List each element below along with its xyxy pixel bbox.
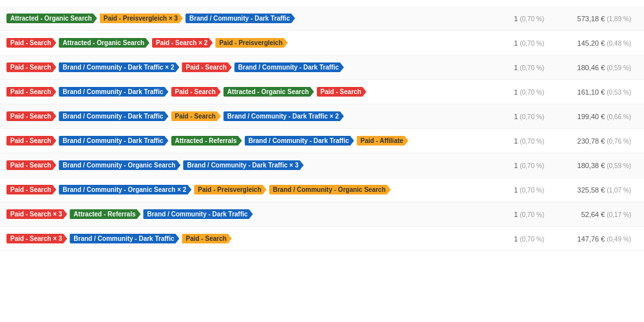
- revenue-pct: (0,76 %): [607, 138, 631, 145]
- count-pct: (0,70 %): [520, 15, 544, 23]
- path-tag: Brand / Community - Organic Search: [269, 185, 391, 194]
- path-tag: Brand / Community - Dark Traffic × 2: [223, 111, 344, 121]
- count-value: 1: [514, 186, 518, 194]
- count-cell: 1 (0,70 %): [489, 211, 554, 218]
- path-tag: Paid - Search: [317, 87, 366, 97]
- path-tag: Brand / Community - Dark Traffic: [185, 14, 295, 23]
- path-tag: Brand / Community - Dark Traffic: [143, 209, 252, 219]
- path-cell: Paid - SearchAttracted - Organic SearchP…: [6, 38, 489, 48]
- count-cell: 1 (0,70 %): [489, 137, 554, 145]
- revenue-value: 147,76 €: [577, 235, 605, 243]
- path-tag: Paid - Search: [6, 62, 56, 72]
- revenue-value: 199,40 €: [577, 113, 605, 120]
- path-tag: Paid - Search: [6, 136, 56, 146]
- path-tag: Paid - Search: [6, 38, 56, 48]
- path-tag: Brand / Community - Dark Traffic: [59, 111, 168, 121]
- path-tag: Brand / Community - Dark Traffic: [70, 234, 179, 243]
- count-cell: 1 (0,70 %): [489, 235, 554, 243]
- revenue-value: 230,78 €: [577, 137, 605, 145]
- table-row: Attracted - Organic SearchPaid - Preisve…: [0, 6, 644, 31]
- count-pct: (0,70 %): [520, 138, 544, 145]
- path-cell: Paid - SearchBrand / Community - Dark Tr…: [6, 62, 489, 72]
- table-row: Paid - SearchBrand / Community - Dark Tr…: [0, 104, 644, 129]
- path-tag: Brand / Community - Dark Traffic × 3: [183, 160, 303, 170]
- value-cell: 199,40 € (0,66 %): [554, 113, 638, 120]
- path-tag: Attracted - Referrals: [171, 136, 242, 146]
- revenue-pct: (1,89 %): [607, 15, 631, 23]
- count-cell: 1 (0,70 %): [489, 15, 554, 23]
- path-tag: Paid - Preisvergleich × 3: [100, 14, 183, 23]
- path-tag: Paid - Search: [171, 111, 221, 121]
- table-row: Paid - SearchBrand / Community - Organic…: [0, 153, 644, 178]
- count-value: 1: [514, 162, 518, 169]
- count-value: 1: [514, 235, 518, 243]
- revenue-value: 52,64 €: [581, 211, 605, 218]
- revenue-value: 145,20 €: [577, 39, 605, 47]
- table-row: Paid - SearchBrand / Community - Dark Tr…: [0, 55, 644, 80]
- path-tag: Paid - Search: [182, 62, 231, 72]
- revenue-pct: (0,49 %): [607, 236, 631, 243]
- count-pct: (0,70 %): [520, 236, 544, 243]
- value-cell: 180,46 € (0,59 %): [554, 64, 638, 71]
- count-pct: (0,70 %): [520, 89, 544, 96]
- path-tag: Brand / Community - Organic Search × 2: [59, 185, 191, 194]
- path-tag: Brand / Community - Dark Traffic: [234, 62, 344, 72]
- count-pct: (0,70 %): [520, 162, 544, 169]
- path-tag: Paid - Search × 2: [152, 38, 213, 48]
- revenue-value: 180,38 €: [577, 162, 605, 169]
- path-cell: Paid - SearchBrand / Community - Dark Tr…: [6, 87, 489, 97]
- value-cell: 230,78 € (0,76 %): [554, 137, 638, 145]
- path-tag: Paid - Search × 3: [6, 234, 67, 243]
- revenue-pct: (0,59 %): [607, 64, 631, 71]
- path-tag: Attracted - Organic Search: [6, 14, 97, 23]
- revenue-pct: (0,48 %): [607, 40, 631, 47]
- count-value: 1: [514, 64, 518, 71]
- path-tag: Paid - Preisvergleich: [215, 38, 287, 48]
- revenue-value: 161,10 €: [577, 88, 605, 96]
- count-pct: (0,70 %): [520, 40, 544, 47]
- table-row: Paid - SearchBrand / Community - Dark Tr…: [0, 80, 644, 104]
- path-tag: Attracted - Referrals: [70, 209, 140, 219]
- path-tag: Paid - Search: [6, 185, 56, 194]
- count-cell: 1 (0,70 %): [489, 64, 554, 71]
- path-cell: Paid - Search × 3Brand / Community - Dar…: [6, 234, 489, 243]
- path-cell: Paid - SearchBrand / Community - Organic…: [6, 160, 489, 170]
- count-value: 1: [514, 39, 518, 47]
- path-tag: Brand / Community - Organic Search: [59, 160, 180, 170]
- count-value: 1: [514, 15, 518, 23]
- path-tag: Paid - Preisvergleich: [194, 185, 266, 194]
- value-cell: 325,58 € (1,07 %): [554, 186, 638, 194]
- table-row: Paid - Search × 3Attracted - ReferralsBr…: [0, 202, 644, 227]
- revenue-pct: (0,17 %): [607, 211, 631, 218]
- count-pct: (0,70 %): [520, 187, 544, 194]
- path-cell: Paid - SearchBrand / Community - Dark Tr…: [6, 136, 489, 146]
- table-row: Paid - Search × 3Brand / Community - Dar…: [0, 227, 644, 251]
- value-cell: 161,10 € (0,53 %): [554, 88, 638, 96]
- path-cell: Paid - Search × 3Attracted - ReferralsBr…: [6, 209, 489, 219]
- revenue-pct: (0,66 %): [607, 113, 631, 120]
- revenue-value: 180,46 €: [577, 64, 605, 71]
- count-cell: 1 (0,70 %): [489, 113, 554, 120]
- revenue-value: 325,58 €: [577, 186, 605, 194]
- path-tag: Paid - Search: [182, 234, 231, 243]
- revenue-pct: (0,53 %): [607, 89, 631, 96]
- value-cell: 52,64 € (0,17 %): [554, 211, 638, 218]
- count-pct: (0,70 %): [520, 64, 544, 71]
- path-cell: Paid - SearchBrand / Community - Dark Tr…: [6, 111, 489, 121]
- value-cell: 180,38 € (0,59 %): [554, 162, 638, 169]
- count-pct: (0,70 %): [520, 211, 544, 218]
- path-cell: Paid - SearchBrand / Community - Organic…: [6, 185, 489, 194]
- path-tag: Brand / Community - Dark Traffic: [59, 136, 168, 146]
- count-cell: 1 (0,70 %): [489, 39, 554, 47]
- table-row: Paid - SearchBrand / Community - Organic…: [0, 178, 644, 202]
- path-tag: Paid - Search: [171, 87, 221, 97]
- path-tag: Attracted - Organic Search: [59, 38, 149, 48]
- revenue-pct: (1,07 %): [607, 187, 631, 194]
- count-cell: 1 (0,70 %): [489, 162, 554, 169]
- count-cell: 1 (0,70 %): [489, 186, 554, 194]
- count-value: 1: [514, 137, 518, 145]
- table-row: Paid - SearchAttracted - Organic SearchP…: [0, 31, 644, 55]
- path-tag: Paid - Search: [6, 111, 56, 121]
- path-cell: Attracted - Organic SearchPaid - Preisve…: [6, 14, 489, 23]
- path-tag: Paid - Search × 3: [6, 209, 67, 219]
